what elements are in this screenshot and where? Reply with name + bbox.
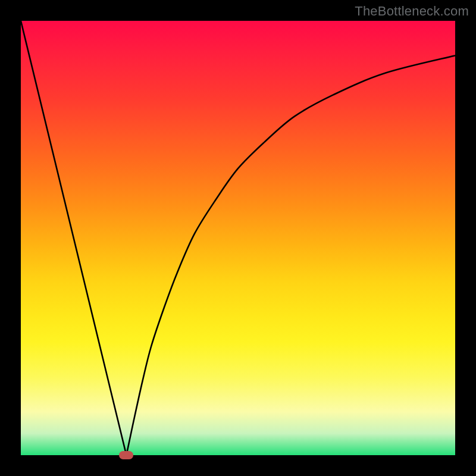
- minimum-marker: [119, 451, 133, 459]
- chart-frame: TheBottleneck.com: [0, 0, 476, 476]
- watermark-text: TheBottleneck.com: [355, 4, 469, 19]
- plot-area: [21, 21, 455, 455]
- bottleneck-curve: [21, 21, 455, 455]
